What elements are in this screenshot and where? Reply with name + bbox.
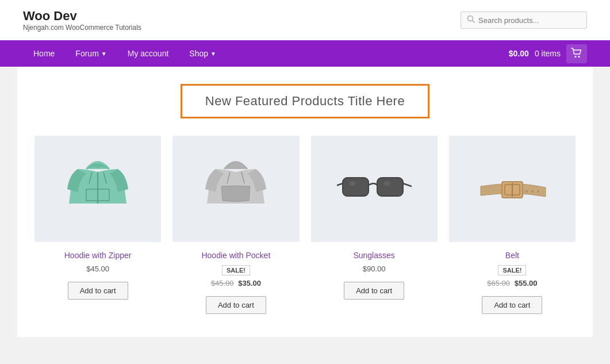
cart-area: $0.00 0 items — [509, 44, 587, 63]
product-image-sunglasses — [311, 136, 438, 242]
search-input[interactable] — [478, 16, 581, 25]
svg-point-3 — [578, 56, 580, 58]
svg-point-20 — [537, 190, 539, 193]
search-icon — [467, 15, 475, 25]
add-to-cart-button[interactable]: Add to cart — [206, 296, 266, 314]
product-image-hoodie-zipper — [34, 136, 161, 242]
product-image-hoodie-pocket — [172, 136, 299, 242]
add-to-cart-button[interactable]: Add to cart — [344, 282, 404, 300]
svg-point-14 — [383, 181, 390, 186]
svg-line-1 — [473, 21, 475, 23]
svg-rect-10 — [377, 178, 403, 196]
cart-items-label: 0 items — [535, 49, 561, 58]
product-price: $65.00 $55.00 — [449, 279, 576, 288]
nav-item-shop[interactable]: Shop ▼ — [179, 40, 227, 67]
sale-badge: SALE! — [449, 265, 576, 279]
featured-title-wrap: New Featured Products Title Here — [34, 84, 576, 118]
site-tagline: Njengah.com WooCommerce Tutorials — [23, 24, 141, 32]
nav-item-home[interactable]: Home — [23, 40, 65, 67]
svg-point-13 — [349, 181, 356, 186]
nav-links: Home Forum ▼ My account Shop ▼ — [23, 40, 227, 67]
featured-title: New Featured Products Title Here — [181, 84, 429, 118]
add-to-cart-button[interactable]: Add to cart — [68, 282, 128, 300]
tagline-text: Njengah.com WooCommerce Tutorials — [23, 24, 141, 32]
product-name[interactable]: Hoodie with Pocket — [172, 251, 299, 260]
product-price: $90.00 — [311, 265, 438, 273]
chevron-down-icon: ▼ — [210, 51, 216, 57]
svg-point-2 — [575, 56, 577, 58]
svg-line-11 — [337, 183, 343, 186]
add-to-cart-button[interactable]: Add to cart — [482, 296, 542, 314]
svg-rect-9 — [343, 178, 369, 196]
product-card: Belt SALE! $65.00 $55.00 Add to cart — [449, 136, 576, 314]
product-price: $45.00 — [34, 265, 161, 273]
search-bar[interactable] — [461, 12, 587, 29]
product-image-belt — [449, 136, 576, 242]
site-title: Woo Dev — [23, 9, 141, 24]
product-price: $45.00 $35.00 — [172, 279, 299, 288]
product-name[interactable]: Belt — [449, 251, 576, 260]
svg-line-12 — [403, 183, 412, 186]
cart-icon[interactable] — [566, 44, 587, 63]
product-name[interactable]: Hoodie with Zipper — [34, 251, 161, 260]
product-name[interactable]: Sunglasses — [311, 251, 438, 260]
site-nav: Home Forum ▼ My account Shop ▼ $0.00 0 i… — [0, 40, 610, 67]
svg-point-18 — [525, 190, 528, 193]
products-grid: Hoodie with Zipper $45.00 Add to cart — [34, 136, 576, 314]
cart-amount: $0.00 — [509, 49, 529, 58]
svg-point-19 — [531, 190, 534, 193]
brand-area: Woo Dev Njengah.com WooCommerce Tutorial… — [23, 9, 141, 32]
product-card: Hoodie with Zipper $45.00 Add to cart — [34, 136, 161, 314]
nav-item-forum[interactable]: Forum ▼ — [65, 40, 117, 67]
product-card: Sunglasses $90.00 Add to cart — [311, 136, 438, 314]
main-content: New Featured Products Title Here — [17, 67, 593, 337]
chevron-down-icon: ▼ — [101, 51, 107, 57]
sale-badge: SALE! — [172, 265, 299, 279]
site-header: Woo Dev Njengah.com WooCommerce Tutorial… — [0, 0, 610, 40]
nav-item-myaccount[interactable]: My account — [117, 40, 179, 67]
product-card: Hoodie with Pocket SALE! $45.00 $35.00 A… — [172, 136, 299, 314]
